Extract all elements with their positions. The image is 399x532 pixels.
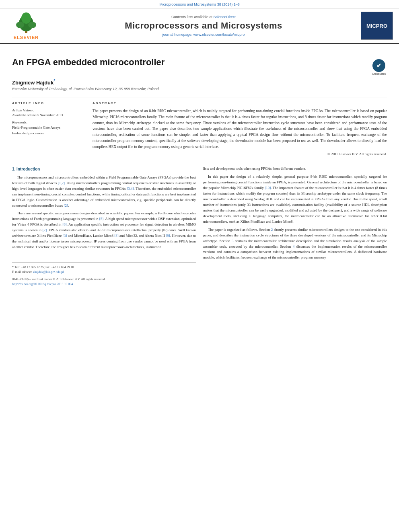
introduction-heading: 1. Introduction	[12, 166, 196, 173]
footer-doi: http://dx.doi.org/10.1016/j.micpro.2013.…	[12, 282, 196, 287]
available-online: Available online 8 November 2013	[12, 113, 84, 117]
footer-divider-line: 0141-9331/$ – see front matter © 2013 El…	[12, 277, 196, 287]
keyword-1: Field-Programmable Gate Arrays	[12, 125, 84, 131]
section-divider	[12, 161, 387, 161]
crossmark-badge[interactable]: ✔ CrossMark	[371, 59, 387, 75]
keyword-2: Embedded processors	[12, 131, 84, 136]
sciencedirect-link[interactable]: ScienceDirect	[214, 15, 236, 19]
paper-title-block: An FPGA embedded microcontroller	[12, 57, 165, 68]
ref-3-4[interactable]: [3,4]	[127, 187, 134, 191]
intro-p1: The microprocessors and microcontrollers…	[12, 175, 196, 209]
keywords-label: Keywords:	[12, 120, 84, 124]
doi-link[interactable]: http://dx.doi.org/10.1016/j.micpro.2013.…	[12, 282, 73, 286]
footnote-area: * Tel.: +48 17 865 12 25; fax: +48 17 85…	[12, 262, 196, 287]
body-col-left: 1. Introduction The microprocessors and …	[12, 166, 196, 287]
article-info-label: ARTICLE INFO	[12, 101, 84, 105]
footer-copyright: 0141-9331/$ – see front matter © 2013 El…	[12, 277, 196, 282]
main-content: An FPGA embedded microcontroller ✔ Cross…	[0, 44, 399, 293]
ref-sec3[interactable]: 3	[232, 239, 234, 243]
elsevier-logo: ELSEVIER	[12, 12, 40, 40]
affiliation: Rzeszów University of Technology, ul. Po…	[12, 87, 387, 91]
footnote-email: E-mail address: zhajduk@kia.prz.edu.pl	[12, 270, 196, 275]
journal-logo-area: MICPRO	[359, 12, 395, 40]
contents-line: Contents lists available at ScienceDirec…	[171, 15, 236, 19]
ref-7[interactable]: [7]	[43, 228, 47, 232]
journal-homepage: journal homepage: www.elsevier.com/locat…	[162, 33, 245, 37]
intro-p2: There are several specific microprocesso…	[12, 211, 196, 250]
abstract-text: The paper presents the design of an 8-bi…	[93, 108, 387, 150]
footnote-star: * Tel.: +48 17 865 12 25; fax: +48 17 85…	[12, 265, 196, 270]
paper-title-section: An FPGA embedded microcontroller ✔ Cross…	[12, 50, 387, 78]
journal-header-center: Contents lists available at ScienceDirec…	[52, 12, 355, 40]
crossmark-label: CrossMark	[372, 72, 386, 75]
ref-3b[interactable]: [3]	[63, 234, 67, 238]
abstract-copyright: © 2013 Elsevier B.V. All rights reserved…	[93, 152, 387, 156]
author-name: Zbigniew Hajduk*	[12, 78, 387, 86]
ref-2[interactable]: [2]	[64, 203, 68, 207]
body-col-right: lists and development tools when using F…	[203, 166, 387, 287]
elsevier-tree-icon	[12, 12, 40, 34]
intro-p4: In this paper the design of a relatively…	[203, 174, 387, 224]
intro-p5: The paper is organized as follows. Secti…	[203, 227, 387, 261]
ref-sec4[interactable]: 4	[293, 244, 295, 249]
crossmark-icon: ✔	[372, 59, 385, 72]
svg-point-2	[16, 22, 24, 28]
body-columns: 1. Introduction The microprocessors and …	[12, 166, 387, 287]
article-info-column: ARTICLE INFO Article history: Available …	[12, 101, 84, 156]
abstract-label: ABSTRACT	[93, 101, 387, 105]
svg-point-4	[21, 12, 31, 24]
intro-p3: lists and development tools when using F…	[203, 166, 387, 172]
paper-title: An FPGA embedded microcontroller	[12, 57, 165, 68]
journal-url: www.elsevier.com/locate/micpro	[193, 33, 245, 37]
micpro-logo: MICPRO	[361, 12, 393, 40]
ref-sec2[interactable]: 2	[271, 228, 273, 232]
author-sup: *	[53, 78, 55, 83]
journal-top-bar: Microprocessors and Microsystems 38 (201…	[0, 0, 399, 8]
svg-point-3	[28, 22, 36, 28]
ref-5[interactable]: [5]	[99, 217, 104, 221]
elsevier-logo-area: ELSEVIER	[4, 12, 48, 40]
abstract-column: ABSTRACT The paper presents the design o…	[93, 101, 387, 156]
ref-8[interactable]: [8]	[114, 234, 119, 238]
ref-10[interactable]: [10]	[265, 186, 271, 190]
article-history-label: Article history:	[12, 108, 84, 112]
elsevier-text: ELSEVIER	[14, 35, 39, 40]
ref-9[interactable]: [9]	[166, 234, 170, 238]
ref-1-2[interactable]: [1,2]	[58, 181, 65, 185]
email-link[interactable]: zhajduk@kia.prz.edu.pl	[33, 270, 64, 274]
journal-header: ELSEVIER Contents lists available at Sci…	[0, 8, 399, 44]
ref-6[interactable]: [6]	[62, 222, 67, 226]
article-columns: ARTICLE INFO Article history: Available …	[12, 97, 387, 156]
journal-title: Microprocessors and Microsystems	[125, 21, 282, 31]
